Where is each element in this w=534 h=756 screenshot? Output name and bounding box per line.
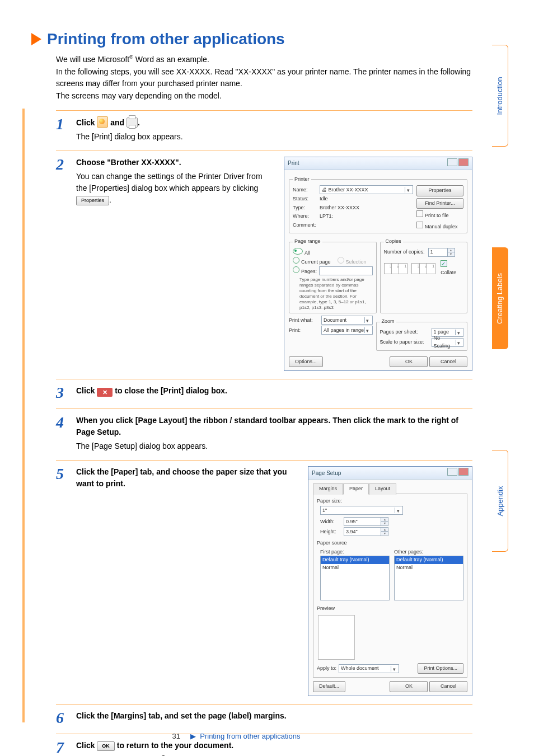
side-tab-introduction[interactable]: Introduction: [492, 45, 508, 147]
properties-button-image: Properties: [76, 196, 109, 206]
help-window-button[interactable]: [447, 158, 457, 166]
num-copies-input[interactable]: 1▴▾: [428, 248, 455, 257]
step-number: 1: [56, 116, 68, 132]
page-footer: 31 ▶ Printing from other applications: [0, 732, 472, 740]
label-paper-size: Paper size:: [317, 497, 463, 505]
step-6-lead: Click the [Margins] tab, and set the pag…: [76, 711, 287, 720]
intro-paragraph: We will use Microsoft® Word as an exampl…: [56, 54, 472, 102]
print-icon: [127, 118, 138, 128]
print-to-file-checkbox[interactable]: Print to file: [416, 210, 463, 220]
preview-box: [318, 615, 355, 660]
page-range-hint: Type page numbers and/or page ranges sep…: [293, 277, 373, 311]
paper-size-select[interactable]: 1"▾: [320, 506, 403, 515]
cancel-button[interactable]: Cancel: [429, 356, 467, 368]
manual-duplex-checkbox[interactable]: Manual duplex: [416, 222, 463, 231]
apply-to-select[interactable]: Whole document▾: [339, 664, 399, 673]
close-icon: ✕: [97, 388, 113, 397]
step-4-sub: The [Page Setup] dialog box appears.: [76, 440, 472, 452]
step-number: 2: [56, 157, 68, 172]
footer-section-link[interactable]: Printing from other applications: [200, 732, 300, 740]
label-comment: Comment:: [293, 222, 320, 229]
label-scale: Scale to paper size:: [380, 339, 432, 346]
tab-paper[interactable]: Paper: [343, 483, 369, 495]
ok-button[interactable]: OK: [390, 356, 428, 368]
label-print: Print:: [289, 327, 321, 335]
find-printer-button[interactable]: Find Printer...: [416, 198, 463, 209]
tab-margins[interactable]: Margins: [313, 483, 343, 495]
help-window-button[interactable]: [447, 468, 457, 476]
radio-all[interactable]: All: [293, 248, 373, 257]
close-window-button[interactable]: [458, 468, 469, 476]
ok-button[interactable]: OK: [390, 681, 428, 692]
step-number: 6: [56, 710, 68, 726]
print-what-select[interactable]: Document▾: [321, 316, 373, 325]
step-2-sub: You can change the settings of the Print…: [76, 171, 273, 206]
side-tab-label: Appendix: [496, 486, 504, 516]
value-where: LPT1:: [320, 213, 413, 220]
page-heading: Printing from other applications: [31, 30, 534, 48]
office-button-icon: [97, 116, 108, 128]
step-6: 6 Click the [Margins] tab, and set the p…: [56, 710, 472, 726]
label-pages-per-sheet: Pages per sheet:: [380, 328, 432, 336]
side-tab-label: Creating Labels: [496, 273, 504, 323]
cancel-button[interactable]: Cancel: [429, 681, 467, 692]
print-options-button[interactable]: Print Options...: [418, 663, 463, 674]
printer-name-select[interactable]: 🖨 Brother XX-XXXX▾: [320, 185, 413, 194]
side-tab-creating-labels[interactable]: Creating Labels: [492, 247, 508, 349]
side-tab-appendix[interactable]: Appendix: [492, 450, 508, 552]
label-other-pages: Other pages:: [394, 548, 463, 556]
radio-current-page[interactable]: Current page: [293, 257, 331, 266]
step-2-lead: Choose "Brother XX-XXXX".: [76, 158, 181, 167]
close-window-button[interactable]: [458, 158, 469, 166]
print-dialog-titlebar: Print: [284, 157, 472, 170]
page-range-group-label: Page range: [293, 238, 322, 246]
zoom-group-label: Zoom: [380, 318, 396, 326]
heading-arrow-icon: [31, 33, 41, 45]
label-num-copies: Number of copies:: [384, 248, 425, 256]
print-select[interactable]: All pages in range▾: [321, 326, 373, 335]
height-input[interactable]: 3.94"▴▾: [344, 527, 388, 536]
options-button[interactable]: Options...: [289, 356, 323, 368]
label-apply-to: Apply to:: [317, 665, 336, 673]
page-number: 31: [172, 732, 180, 740]
step-5: 5 Click the [Paper] tab, and choose the …: [56, 466, 472, 696]
step-number: 5: [56, 466, 68, 482]
collate-checkbox[interactable]: Collate: [441, 260, 463, 277]
step-4-lead: When you click [Page Layout] the ribbon …: [76, 416, 458, 436]
footer-arrow-icon: ▶: [190, 732, 196, 740]
step-number: 4: [56, 415, 68, 430]
first-page-list[interactable]: Default tray (Normal) Normal: [320, 556, 390, 600]
label-where: Where:: [293, 213, 320, 220]
step-number: 3: [56, 385, 68, 401]
step-3: 3 Click ✕ to close the [Print] dialog bo…: [56, 385, 472, 401]
properties-button[interactable]: Properties: [416, 185, 463, 196]
printer-group-label: Printer: [293, 176, 311, 184]
print-dialog: Print Printer Name: 🖨 Brother XX-XXXX▾ S…: [284, 157, 472, 372]
step-number: 7: [56, 740, 68, 755]
step-2: 2 Choose "Brother XX-XXXX". You can chan…: [56, 157, 472, 372]
label-height: Height:: [320, 528, 344, 536]
value-type: Brother XX-XXXX: [320, 204, 413, 212]
tab-layout[interactable]: Layout: [369, 483, 396, 495]
page-setup-dialog: Page Setup Margins Paper Layout Paper si…: [308, 466, 472, 696]
scale-select[interactable]: No Scaling▾: [432, 338, 464, 347]
copies-group-label: Copies: [384, 238, 403, 246]
label-paper-source: Paper source: [317, 539, 463, 547]
step-7-sub: The size of the Microsoft® Word window i…: [76, 754, 472, 756]
page-setup-titlebar: Page Setup: [308, 467, 472, 480]
other-pages-list[interactable]: Default tray (Normal) Normal: [394, 556, 463, 600]
section-left-bar: [22, 109, 25, 722]
step-5-lead: Click the [Paper] tab, and choose the pa…: [76, 467, 287, 488]
label-preview: Preview: [317, 605, 463, 613]
label-type: Type:: [293, 204, 320, 212]
width-input[interactable]: 0.95"▴▾: [344, 517, 388, 526]
default-button[interactable]: Default...: [313, 681, 345, 692]
step-1: 1 Click and . The [Print] dialog box app…: [56, 116, 472, 143]
radio-pages[interactable]: Pages:: [293, 266, 317, 276]
step-1-sub: The [Print] dialog box appears.: [76, 131, 472, 143]
label-status: Status:: [293, 195, 320, 203]
step-7: 7 Click OK to return to the your documen…: [56, 740, 472, 756]
label-width: Width:: [320, 518, 344, 526]
label-first-page: First page:: [320, 548, 390, 556]
pages-input[interactable]: [319, 266, 372, 275]
